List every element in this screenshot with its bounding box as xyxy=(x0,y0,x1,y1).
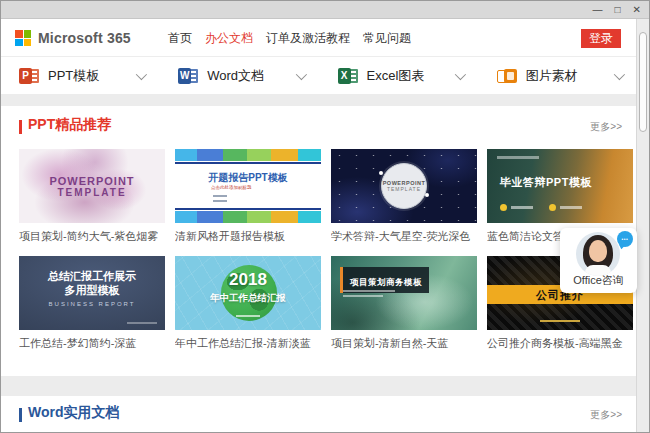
template-thumbnail: POWERPOINT TEMPLATE xyxy=(331,149,477,223)
nav-item-office-docs[interactable]: 办公文档 xyxy=(205,30,253,47)
category-excel-charts[interactable]: X Excel图表 xyxy=(320,57,479,94)
template-card[interactable]: POWERPOINT TEMPLATE 项目策划-简约大气-紫色烟雾 xyxy=(19,149,165,244)
chevron-down-icon xyxy=(455,68,466,79)
category-bar: P PPT模板 W Word文档 X Excel图表 xyxy=(1,57,638,94)
section-word-docs: Word实用文档 更多>> xyxy=(1,396,638,433)
vertical-scrollbar[interactable] xyxy=(636,19,649,432)
scrollbar-thumb[interactable] xyxy=(639,32,647,132)
template-thumbnail: 毕业答辩PPT模板 xyxy=(487,149,633,223)
template-thumbnail: 开题报告PPT模板 点击此处添加副标题 xyxy=(175,149,321,223)
more-link[interactable]: 更多>> xyxy=(590,408,622,422)
title-bar: — □ ✕ xyxy=(1,1,649,19)
template-caption: 公司推介商务模板-高端黑金 xyxy=(487,336,633,351)
app-header: Microsoft 365 首页 办公文档 订单及激活教程 常见问题 登录 xyxy=(1,19,638,57)
office-consult-widget[interactable]: ••• Office咨询 xyxy=(560,228,637,293)
template-thumbnail: 项目策划商务模板 xyxy=(331,256,477,330)
chevron-down-icon xyxy=(136,68,147,79)
main-nav: 首页 办公文档 订单及激活教程 常见问题 xyxy=(168,19,411,57)
template-caption: 年中工作总结汇报-清新淡蓝 xyxy=(175,336,321,351)
section-accent-bar xyxy=(19,120,22,134)
section-accent-bar xyxy=(19,408,22,422)
maximize-icon[interactable]: □ xyxy=(615,5,621,15)
template-card[interactable]: POWERPOINT TEMPLATE 学术答辩-大气星空-荧光深色 xyxy=(331,149,477,244)
section-title: Word实用文档 xyxy=(28,404,120,422)
chevron-down-icon xyxy=(295,68,306,79)
nav-item-orders-activation[interactable]: 订单及激活教程 xyxy=(266,30,350,47)
login-button[interactable]: 登录 xyxy=(581,29,621,48)
brand-title: Microsoft 365 xyxy=(38,30,131,46)
template-card[interactable]: 开题报告PPT模板 点击此处添加副标题 清新风格开题报告模板 xyxy=(175,149,321,244)
nav-item-faq[interactable]: 常见问题 xyxy=(363,30,411,47)
template-card[interactable]: 2018 年中工作总结汇报 年中工作总结汇报-清新淡蓝 xyxy=(175,256,321,351)
template-thumbnail: 2018 年中工作总结汇报 xyxy=(175,256,321,330)
template-caption: 清新风格开题报告模板 xyxy=(175,229,321,244)
category-ppt-templates[interactable]: P PPT模板 xyxy=(1,57,160,94)
chevron-down-icon xyxy=(614,68,625,79)
chat-bubble-icon: ••• xyxy=(617,231,633,247)
section-ppt-featured: PPT精品推荐 更多>> POWERPOINT TEMPLATE 项目策划-简约… xyxy=(1,106,638,376)
category-image-assets[interactable]: 图片素材 xyxy=(479,57,638,94)
template-thumbnail: POWERPOINT TEMPLATE xyxy=(19,149,165,223)
app-window: — □ ✕ Microsoft 365 首页 办公文档 订单及激活教程 常见问题… xyxy=(0,0,650,433)
minimize-icon[interactable]: — xyxy=(593,5,603,15)
close-icon[interactable]: ✕ xyxy=(633,5,641,15)
consult-label: Office咨询 xyxy=(560,273,637,288)
consultant-avatar xyxy=(576,232,620,276)
excel-icon: X xyxy=(338,66,359,86)
image-icon xyxy=(497,66,518,86)
template-thumbnail: 总结汇报工作展示 多用型模板 BUSINESS REPORT xyxy=(19,256,165,330)
template-caption: 学术答辩-大气星空-荧光深色 xyxy=(331,229,477,244)
more-link[interactable]: 更多>> xyxy=(590,120,622,134)
nav-item-home[interactable]: 首页 xyxy=(168,30,192,47)
window-controls: — □ ✕ xyxy=(593,1,641,18)
template-caption: 工作总结-梦幻简约-深蓝 xyxy=(19,336,165,351)
template-caption: 项目策划-简约大气-紫色烟雾 xyxy=(19,229,165,244)
template-caption: 项目策划-清新自然-天蓝 xyxy=(331,336,477,351)
section-title: PPT精品推荐 xyxy=(28,116,111,134)
template-card[interactable]: 项目策划商务模板 项目策划-清新自然-天蓝 xyxy=(331,256,477,351)
microsoft-logo-icon xyxy=(15,30,31,46)
word-icon: W xyxy=(178,66,199,86)
template-card[interactable]: 总结汇报工作展示 多用型模板 BUSINESS REPORT 工作总结-梦幻简约… xyxy=(19,256,165,351)
category-word-docs[interactable]: W Word文档 xyxy=(160,57,319,94)
powerpoint-icon: P xyxy=(19,66,40,86)
